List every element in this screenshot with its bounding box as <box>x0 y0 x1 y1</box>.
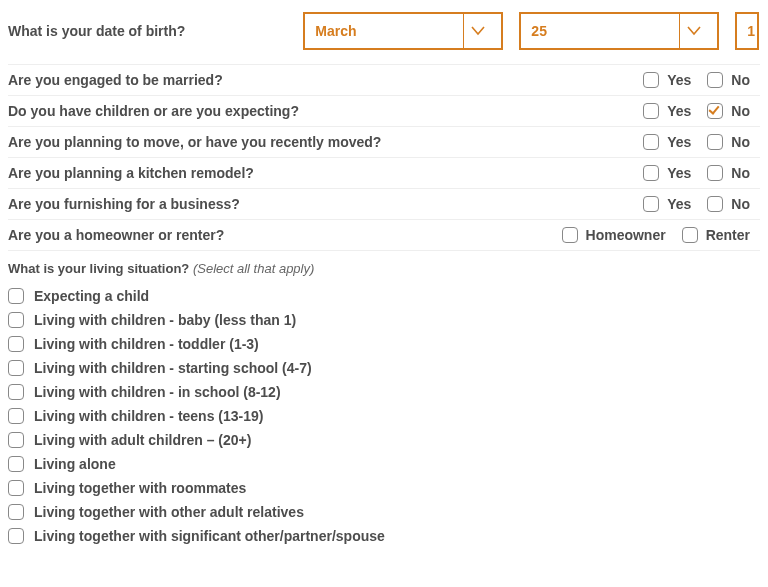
question-row: Are you furnishing for a business?YesNo <box>8 189 760 220</box>
checkbox[interactable] <box>707 165 723 181</box>
option-label: No <box>731 134 750 150</box>
living-item: Living with children - teens (13-19) <box>8 404 760 428</box>
option-label: No <box>731 165 750 181</box>
living-item: Living with children - in school (8-12) <box>8 380 760 404</box>
living-item-label: Living with adult children – (20+) <box>34 432 251 448</box>
living-item-label: Living together with other adult relativ… <box>34 504 304 520</box>
checkbox[interactable] <box>643 196 659 212</box>
dob-selects: March 25 1 <box>303 12 759 50</box>
dob-row: What is your date of birth? March 25 1 <box>8 6 760 65</box>
question-text: Are you engaged to be married? <box>8 72 643 88</box>
checkbox[interactable] <box>8 456 24 472</box>
checkbox[interactable] <box>8 288 24 304</box>
answer-group: YesNo <box>643 72 760 88</box>
checkbox[interactable] <box>707 134 723 150</box>
living-item: Living with children - starting school (… <box>8 356 760 380</box>
question-text: Are you planning to move, or have you re… <box>8 134 643 150</box>
option-label: Yes <box>667 103 691 119</box>
living-item-label: Living with children - starting school (… <box>34 360 312 376</box>
living-item-label: Living alone <box>34 456 116 472</box>
checkbox[interactable] <box>8 384 24 400</box>
checkbox[interactable] <box>8 480 24 496</box>
answer-group: YesNo <box>643 134 760 150</box>
dob-day-value: 25 <box>531 23 547 39</box>
option-label: Yes <box>667 134 691 150</box>
living-item: Living together with other adult relativ… <box>8 500 760 524</box>
living-item: Living with children - toddler (1-3) <box>8 332 760 356</box>
checkbox[interactable] <box>707 103 723 119</box>
question-row: Are you planning to move, or have you re… <box>8 127 760 158</box>
checkbox[interactable] <box>8 312 24 328</box>
dob-month-value: March <box>315 23 356 39</box>
checkbox[interactable] <box>682 227 698 243</box>
living-subtext: (Select all that apply) <box>193 261 314 276</box>
living-item-label: Living with children - baby (less than 1… <box>34 312 296 328</box>
answer-group: YesNo <box>643 196 760 212</box>
living-section: What is your living situation? (Select a… <box>8 251 760 548</box>
question-row: Are you a homeowner or renter?HomeownerR… <box>8 220 760 251</box>
answer-group: YesNo <box>643 165 760 181</box>
option-label: Yes <box>667 72 691 88</box>
living-item-label: Living with children - teens (13-19) <box>34 408 263 424</box>
living-item-label: Expecting a child <box>34 288 149 304</box>
living-item-label: Living with children - toddler (1-3) <box>34 336 259 352</box>
living-item: Living with children - baby (less than 1… <box>8 308 760 332</box>
question-text: Are you furnishing for a business? <box>8 196 643 212</box>
living-item: Expecting a child <box>8 284 760 308</box>
question-text: Do you have children or are you expectin… <box>8 103 643 119</box>
checkbox[interactable] <box>562 227 578 243</box>
option-label: Homeowner <box>586 227 666 243</box>
checkbox[interactable] <box>8 504 24 520</box>
checkbox[interactable] <box>8 408 24 424</box>
dob-year-value: 1 <box>747 23 755 39</box>
question-text: Are you a homeowner or renter? <box>8 227 562 243</box>
living-item: Living with adult children – (20+) <box>8 428 760 452</box>
living-item-label: Living with children - in school (8-12) <box>34 384 281 400</box>
living-item: Living together with roommates <box>8 476 760 500</box>
option-label: No <box>731 103 750 119</box>
checkbox[interactable] <box>643 72 659 88</box>
question-row: Do you have children or are you expectin… <box>8 96 760 127</box>
checkbox[interactable] <box>643 103 659 119</box>
chevron-down-icon <box>679 13 707 49</box>
checkbox[interactable] <box>707 72 723 88</box>
question-row: Are you engaged to be married?YesNo <box>8 65 760 96</box>
living-question: What is your living situation? <box>8 261 189 276</box>
checkbox[interactable] <box>8 432 24 448</box>
dob-month-select[interactable]: March <box>303 12 503 50</box>
living-item: Living together with significant other/p… <box>8 524 760 548</box>
answer-group: HomeownerRenter <box>562 227 760 243</box>
living-header: What is your living situation? (Select a… <box>8 257 760 284</box>
dob-day-select[interactable]: 25 <box>519 12 719 50</box>
question-text: Are you planning a kitchen remodel? <box>8 165 643 181</box>
option-label: Yes <box>667 165 691 181</box>
chevron-down-icon <box>463 13 491 49</box>
option-label: Renter <box>706 227 750 243</box>
option-label: No <box>731 72 750 88</box>
dob-year-select[interactable]: 1 <box>735 12 759 50</box>
checkbox[interactable] <box>8 360 24 376</box>
dob-question: What is your date of birth? <box>8 23 185 39</box>
checkbox[interactable] <box>707 196 723 212</box>
question-row: Are you planning a kitchen remodel?YesNo <box>8 158 760 189</box>
checkbox[interactable] <box>643 165 659 181</box>
living-item-label: Living together with roommates <box>34 480 246 496</box>
checkbox[interactable] <box>8 336 24 352</box>
checkbox[interactable] <box>643 134 659 150</box>
checkbox[interactable] <box>8 528 24 544</box>
living-item-label: Living together with significant other/p… <box>34 528 385 544</box>
option-label: Yes <box>667 196 691 212</box>
option-label: No <box>731 196 750 212</box>
living-item: Living alone <box>8 452 760 476</box>
answer-group: YesNo <box>643 103 760 119</box>
